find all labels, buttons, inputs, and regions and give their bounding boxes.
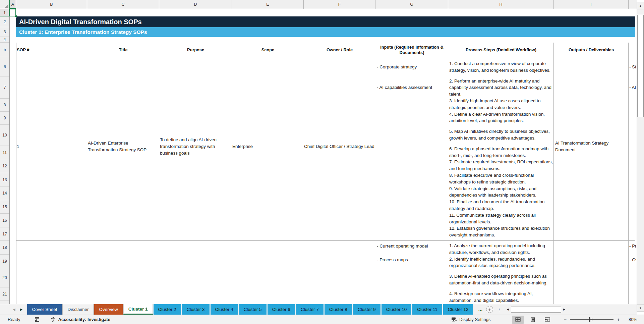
row-header-8[interactable]: 8	[0, 99, 9, 112]
row-header-1[interactable]: 1	[0, 9, 9, 16]
sheet-tab-cluster-8[interactable]: Cluster 8	[325, 304, 352, 315]
sheet-tab-disclaimer[interactable]: Disclaimer	[62, 304, 94, 315]
clipped-outputs-sop2-item: - Pr	[629, 243, 636, 250]
workbook-title-banner[interactable]: AI-Driven Digital Transformation SOPs	[16, 16, 635, 27]
scroll-left-button[interactable]: ◀	[505, 306, 511, 313]
table-header-scope[interactable]: Scope	[232, 43, 304, 57]
normal-view-icon	[515, 317, 521, 322]
more-sheets-indicator[interactable]: …	[478, 304, 483, 315]
cell-sop-purpose[interactable]: To define and align AI-driven transforma…	[160, 137, 230, 156]
scroll-down-button[interactable]: ▼	[637, 304, 644, 312]
sheet-tab-cluster-6[interactable]: Cluster 6	[268, 304, 295, 315]
row-header-15[interactable]: 15	[0, 200, 9, 214]
process-step: 1. Conduct a comprehensive review of cor…	[449, 60, 554, 74]
accessibility-icon[interactable]	[50, 317, 56, 322]
table-header-sop-number[interactable]: SOP #	[16, 43, 87, 57]
column-header-i[interactable]: I	[554, 0, 629, 9]
row-header-3[interactable]: 3	[0, 27, 9, 37]
row-header-16[interactable]: 16	[0, 214, 9, 227]
column-header-f[interactable]: F	[304, 0, 375, 9]
sheet-tab-cluster-7[interactable]: Cluster 7	[296, 304, 324, 315]
clipped-outputs-sop1: - Str- AI	[629, 57, 636, 91]
horizontal-scrollbar[interactable]: ◀ ▶	[505, 306, 567, 313]
vertical-scrollbar[interactable]: ▲ ▼	[637, 2, 644, 312]
row-header-4[interactable]: 4	[0, 37, 9, 43]
row-header-14[interactable]: 14	[0, 186, 9, 200]
scroll-down-icon: ▼	[639, 307, 642, 310]
zoom-slider-handle[interactable]	[589, 317, 590, 322]
row-header-7[interactable]: 7	[0, 76, 9, 99]
sheet-tab-cluster-5[interactable]: Cluster 5	[239, 304, 267, 315]
column-header-b[interactable]: B	[16, 0, 87, 9]
page-layout-view-button[interactable]	[527, 316, 539, 324]
column-header-c[interactable]: C	[87, 0, 159, 9]
outputs-column-left-border	[553, 43, 554, 304]
fill-handle[interactable]	[15, 15, 17, 17]
sheet-tab-overview[interactable]: Overview	[94, 304, 122, 315]
table-header-owner-role[interactable]: Owner / Role	[304, 43, 375, 57]
accessibility-status-label[interactable]: Accessibility: Investigate	[58, 317, 110, 322]
row-header-6[interactable]: 6	[0, 57, 9, 76]
cell-sop-outputs[interactable]: AI Transformation Strategy Document	[555, 140, 624, 153]
row-header-19[interactable]: 19	[0, 255, 9, 268]
cell-sop-scope[interactable]: Enterprise	[232, 143, 253, 150]
macro-record-icon[interactable]	[35, 317, 40, 322]
cell-sop2-process-steps[interactable]: 1. Analyze the current operating model i…	[449, 241, 554, 304]
process-step: 3. Define AI-enabled operating principle…	[449, 273, 554, 286]
sheet-tab-cluster-3[interactable]: Cluster 3	[182, 304, 210, 315]
sheet-tab-cluster-4[interactable]: Cluster 4	[211, 304, 238, 315]
cell-sop1-inputs[interactable]: - Corporate strategy- AI capabilities as…	[377, 57, 447, 91]
clipped-outputs-sop2: - Pr- Cy	[629, 241, 636, 263]
cell-sop-number[interactable]: 1	[17, 143, 19, 150]
cell-sop-owner[interactable]: Chief Digital Officer / Strategy Lead	[304, 143, 374, 150]
row-header-20[interactable]: 20	[0, 268, 9, 287]
table-header-outputs[interactable]: Outputs / Deliverables	[554, 43, 629, 57]
tab-bar-grip-icon[interactable]: ⋮	[497, 307, 502, 312]
table-header-purpose[interactable]: Purpose	[159, 43, 232, 57]
zoom-level-label[interactable]: 80%	[626, 317, 637, 322]
zoom-in-button[interactable]: +	[617, 317, 620, 322]
row-header-2[interactable]: 2	[0, 16, 9, 27]
cell-sop-title[interactable]: AI-Driven Enterprise Transformation Stra…	[88, 140, 155, 153]
table-header-title[interactable]: Title	[87, 43, 159, 57]
column-header-a[interactable]: A	[9, 0, 16, 9]
sheet-tab-cluster-11[interactable]: Cluster 11	[412, 304, 442, 315]
horizontal-scrollbar-track[interactable]	[511, 307, 561, 313]
process-step: 4. Define a clear AI-driven transformati…	[449, 111, 554, 124]
table-header-process-steps[interactable]: Process Steps (Detailed Workflow)	[448, 43, 554, 57]
column-header-d[interactable]: D	[159, 0, 232, 9]
row-header-13[interactable]: 13	[0, 173, 9, 186]
zoom-out-button[interactable]: −	[564, 317, 567, 322]
table-header-inputs[interactable]: Inputs (Required Information & Documents…	[375, 43, 448, 57]
sheet-tab-cluster-2[interactable]: Cluster 2	[154, 304, 181, 315]
scroll-right-button[interactable]: ▶	[561, 306, 567, 313]
cluster-subtitle-banner[interactable]: Cluster 1: Enterprise Transformation Str…	[16, 27, 635, 37]
sheet-nav-right-icon[interactable]: ▶	[20, 308, 23, 311]
row-header-10[interactable]: 10	[0, 125, 9, 146]
row-header-9[interactable]: 9	[0, 112, 9, 125]
sheet-tab-cluster-1[interactable]: Cluster 1	[123, 304, 153, 315]
row-header-18[interactable]: 18	[0, 241, 9, 255]
display-settings-button[interactable]: Display Settings	[451, 317, 490, 322]
sheet-tab-cover-sheet[interactable]: Cover Sheet	[27, 304, 62, 315]
column-header-g[interactable]: G	[375, 0, 448, 9]
sheet-nav-left-icon[interactable]: ◀	[13, 308, 15, 311]
row-header-5[interactable]: 5	[0, 43, 9, 57]
zoom-slider[interactable]	[570, 316, 613, 323]
row-header-11[interactable]: 11	[0, 146, 9, 159]
row-header-17[interactable]: 17	[0, 227, 9, 241]
cell-sop2-inputs[interactable]: - Current operating model- Process maps	[377, 241, 447, 263]
vertical-scrollbar-thumb[interactable]	[637, 15, 644, 117]
row-header-12[interactable]: 12	[0, 159, 9, 173]
page-break-preview-button[interactable]	[541, 316, 553, 324]
sheet-tab-cluster-10[interactable]: Cluster 10	[382, 304, 412, 315]
normal-view-button[interactable]	[512, 316, 524, 324]
scroll-up-button[interactable]: ▲	[637, 2, 644, 9]
cell-sop1-process-steps[interactable]: 1. Conduct a comprehensive review of cor…	[449, 57, 554, 241]
new-sheet-button[interactable]: +	[486, 306, 493, 313]
column-header-e[interactable]: E	[232, 0, 304, 9]
row-header-21[interactable]: 21	[0, 287, 9, 301]
column-header-h[interactable]: H	[448, 0, 554, 9]
sheet-tab-cluster-9[interactable]: Cluster 9	[353, 304, 380, 315]
sheet-tab-cluster-12[interactable]: Cluster 12	[443, 304, 473, 315]
